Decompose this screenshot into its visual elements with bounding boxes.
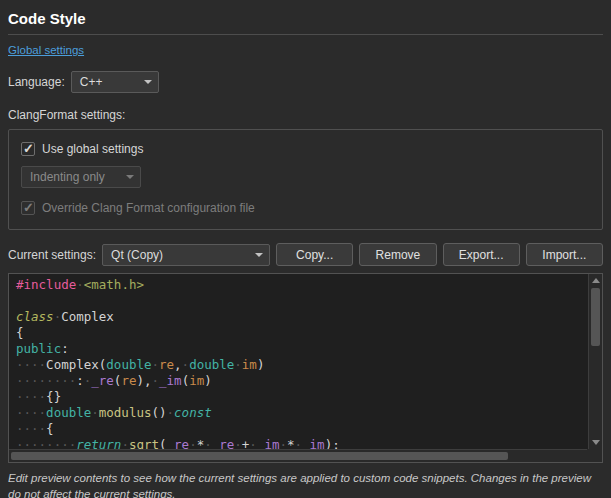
code-token-ws: ········	[16, 373, 76, 388]
code-line: public:	[16, 341, 587, 357]
code-token-ws: ·	[121, 437, 129, 449]
code-token-plain: :	[76, 373, 84, 388]
code-token-ws: ·	[152, 373, 160, 388]
chevron-down-icon	[255, 253, 263, 257]
code-line	[16, 293, 587, 309]
vertical-scrollbar[interactable]	[588, 274, 602, 449]
code-token-fn: modulus	[99, 405, 152, 420]
code-token-cls: class	[16, 309, 54, 324]
current-settings-combo[interactable]: Qt (Copy)	[102, 244, 270, 266]
footer-note: Edit preview contents to see how the cur…	[8, 471, 603, 498]
code-token-mem: _im	[257, 437, 280, 449]
code-token-plain: Complex	[61, 309, 114, 324]
language-label: Language:	[8, 75, 65, 89]
code-token-kw: double	[46, 405, 91, 420]
code-token-ws: ········	[16, 437, 76, 449]
code-token-ws: ·	[249, 437, 257, 449]
horizontal-scroll-thumb[interactable]	[11, 452, 508, 460]
scrollbar-corner	[587, 449, 602, 462]
code-token-plain: {}	[46, 389, 61, 404]
code-area[interactable]: #include·<math.h> class·Complex{public:·…	[9, 274, 587, 449]
code-token-plain: {	[16, 325, 24, 340]
language-combo[interactable]: C++	[71, 71, 159, 93]
code-token-fn: sqrt	[129, 437, 159, 449]
current-settings-combo-value: Qt (Copy)	[111, 248, 163, 262]
override-clang-format-label: Override Clang Format configuration file	[42, 201, 255, 215]
code-token-plain: ),	[136, 373, 151, 388]
code-token-mem: _re	[167, 437, 190, 449]
clangformat-groupbox: Use global settings Indenting only Overr…	[8, 129, 603, 230]
code-token-param: im	[189, 373, 204, 388]
scroll-up-arrow-icon[interactable]	[589, 274, 603, 286]
export-button[interactable]: Export...	[443, 243, 520, 266]
code-token-plain: ,	[174, 357, 182, 372]
code-token-plain: :	[61, 341, 69, 356]
indenting-only-combo-value: Indenting only	[30, 170, 105, 184]
use-global-settings-checkbox[interactable]: Use global settings	[21, 142, 590, 156]
title-separator	[8, 34, 603, 35]
code-token-ws: ·	[182, 357, 190, 372]
chevron-down-icon	[144, 80, 152, 84]
code-line: ········return·sqrt(_re·*·_re·+·_im·*·_i…	[16, 437, 587, 449]
code-line: class·Complex	[16, 309, 587, 325]
current-settings-label: Current settings:	[8, 248, 96, 262]
global-settings-link[interactable]: Global settings	[8, 44, 84, 56]
code-token-mem: _im	[159, 373, 182, 388]
use-global-settings-label: Use global settings	[42, 142, 143, 156]
code-token-plain: )	[204, 373, 212, 388]
code-token-ws: ·	[167, 405, 175, 420]
chevron-down-icon	[126, 175, 134, 179]
code-token-ws: ····	[16, 421, 46, 436]
code-token-plain: *	[287, 437, 295, 449]
code-token-ws: ·	[151, 357, 159, 372]
code-token-mem: _im	[302, 437, 325, 449]
code-token-param: im	[242, 357, 257, 372]
code-token-mem: _re	[91, 373, 114, 388]
code-token-ws: ·	[279, 437, 287, 449]
code-token-str: <math.h>	[84, 277, 144, 292]
checkbox-checked-icon	[21, 201, 35, 215]
page-title: Code Style	[8, 10, 603, 27]
code-token-kw: double	[189, 357, 234, 372]
code-token-ws: ·	[204, 437, 212, 449]
code-line: ····Complex(double·re,·double·im)	[16, 357, 587, 373]
code-token-kwi: const	[174, 405, 212, 420]
code-preview-editor[interactable]: #include·<math.h> class·Complex{public:·…	[8, 273, 603, 463]
copy-button[interactable]: Copy...	[276, 243, 353, 266]
scroll-down-arrow-icon[interactable]	[589, 437, 603, 449]
code-token-param: re	[159, 357, 174, 372]
code-line: ····double·modulus()·const	[16, 405, 587, 421]
code-style-page: Code Style Global settings Language: C++…	[0, 0, 611, 498]
code-token-ws: ·	[234, 437, 242, 449]
code-token-ws: ····	[16, 357, 46, 372]
code-line: ····{}	[16, 389, 587, 405]
code-token-param: re	[121, 373, 136, 388]
indenting-only-combo[interactable]: Indenting only	[21, 166, 141, 188]
code-line: {	[16, 325, 587, 341]
code-token-ws: ·	[189, 437, 197, 449]
code-token-plain: )	[257, 357, 265, 372]
language-row: Language: C++	[8, 71, 603, 93]
code-token-mem: _re	[212, 437, 235, 449]
code-token-ws: ·	[76, 277, 84, 292]
code-token-plain: ()	[151, 405, 166, 420]
code-token-ws: ····	[16, 389, 46, 404]
code-token-kwi: return	[76, 437, 121, 449]
code-token-plain: {	[46, 421, 54, 436]
code-token-kw: public	[16, 341, 61, 356]
import-button[interactable]: Import...	[526, 243, 603, 266]
code-token-ws: ····	[16, 405, 46, 420]
override-clang-format-checkbox[interactable]: Override Clang Format configuration file	[21, 201, 590, 215]
code-line: #include·<math.h>	[16, 277, 587, 293]
current-settings-row: Current settings: Qt (Copy) Copy... Remo…	[8, 243, 603, 266]
code-token-plain: Complex(	[46, 357, 106, 372]
code-token-pp: #include	[16, 277, 76, 292]
remove-button[interactable]: Remove	[359, 243, 436, 266]
horizontal-scrollbar[interactable]	[9, 449, 587, 462]
code-token-plain: );	[325, 437, 340, 449]
checkbox-checked-icon	[21, 142, 35, 156]
code-line: ····{	[16, 421, 587, 437]
vertical-scroll-thumb[interactable]	[591, 288, 600, 346]
language-combo-value: C++	[80, 75, 103, 89]
clangformat-settings-label: ClangFormat settings:	[8, 108, 603, 122]
